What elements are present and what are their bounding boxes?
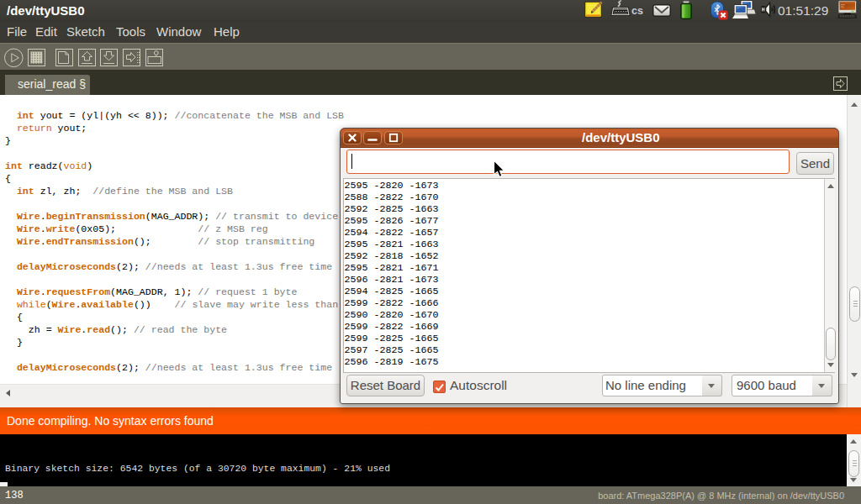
svg-text:cs: cs <box>631 5 643 17</box>
